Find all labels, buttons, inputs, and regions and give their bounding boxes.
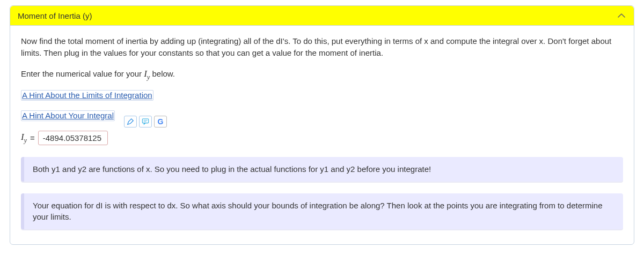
panel-title: Moment of Inertia (y) xyxy=(18,11,92,20)
feedback-box-2: Your equation for dI is with respect to … xyxy=(21,193,623,230)
hint-link-limits[interactable]: A Hint About the Limits of Integration xyxy=(21,90,153,101)
hint-link-integral[interactable]: A Hint About Your Integral xyxy=(21,110,115,121)
accordion-panel: Moment of Inertia (y) Now find the total… xyxy=(10,5,634,245)
search-icon[interactable]: G xyxy=(154,116,167,128)
answer-label: Iy xyxy=(21,132,27,144)
enter-instruction: Enter the numerical value for your Iy be… xyxy=(21,68,623,81)
panel-header[interactable]: Moment of Inertia (y) xyxy=(10,6,634,26)
answer-input[interactable] xyxy=(38,131,108,145)
answer-row: Iy = xyxy=(21,131,623,145)
annotation-toolbar: G xyxy=(124,116,167,128)
svg-rect-0 xyxy=(142,119,148,123)
panel-body: Now find the total moment of inertia by … xyxy=(10,26,634,244)
intro-text: Now find the total moment of inertia by … xyxy=(21,35,623,59)
comment-icon[interactable] xyxy=(139,116,152,128)
pencil-icon[interactable] xyxy=(124,116,137,128)
chevron-up-icon xyxy=(617,11,626,20)
feedback-box-1: Both y1 and y2 are functions of x. So yo… xyxy=(21,157,623,182)
